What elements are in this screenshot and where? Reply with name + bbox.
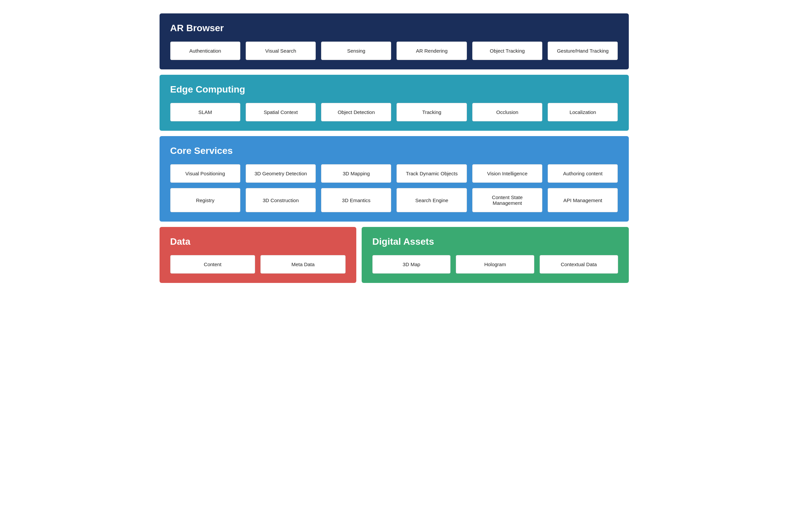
list-item: Content State Management (472, 188, 542, 212)
data-title: Data (170, 236, 346, 247)
digital-assets-section: Digital Assets 3D MapHologramContextual … (362, 227, 629, 283)
list-item: Tracking (396, 103, 467, 121)
ar-browser-title: AR Browser (170, 23, 618, 34)
list-item: Search Engine (396, 188, 467, 212)
list-item: Authoring content (548, 164, 618, 183)
core-services-row2: Registry3D Construction3D EmanticsSearch… (170, 188, 618, 212)
data-cards: ContentMeta Data (170, 255, 346, 274)
list-item: Visual Positioning (170, 164, 240, 183)
core-services-rows: Visual Positioning3D Geometry Detection3… (170, 164, 618, 212)
list-item: Content (170, 255, 255, 274)
bottom-row: Data ContentMeta Data Digital Assets 3D … (160, 227, 629, 283)
list-item: 3D Construction (246, 188, 316, 212)
data-section: Data ContentMeta Data (160, 227, 356, 283)
list-item: Localization (548, 103, 618, 121)
ar-browser-cards: AuthenticationVisual SearchSensingAR Ren… (170, 42, 618, 60)
list-item: Object Detection (321, 103, 391, 121)
edge-computing-cards: SLAMSpatial ContextObject DetectionTrack… (170, 103, 618, 121)
list-item: Registry (170, 188, 240, 212)
list-item: SLAM (170, 103, 240, 121)
list-item: Visual Search (246, 42, 316, 60)
list-item: Meta Data (260, 255, 346, 274)
edge-computing-title: Edge Computing (170, 84, 618, 95)
edge-computing-section: Edge Computing SLAMSpatial ContextObject… (160, 75, 629, 131)
list-item: Authentication (170, 42, 240, 60)
core-services-section: Core Services Visual Positioning3D Geome… (160, 136, 629, 222)
list-item: 3D Mapping (321, 164, 391, 183)
list-item: Track Dynamic Objects (396, 164, 467, 183)
digital-assets-cards: 3D MapHologramContextual Data (372, 255, 618, 274)
list-item: Spatial Context (246, 103, 316, 121)
list-item: Contextual Data (540, 255, 618, 274)
list-item: 3D Map (372, 255, 451, 274)
list-item: Sensing (321, 42, 391, 60)
list-item: Hologram (456, 255, 534, 274)
list-item: Gesture/Hand Tracking (548, 42, 618, 60)
list-item: API Management (548, 188, 618, 212)
list-item: Object Tracking (472, 42, 542, 60)
core-services-title: Core Services (170, 145, 618, 156)
list-item: 3D Emantics (321, 188, 391, 212)
list-item: AR Rendering (396, 42, 467, 60)
list-item: 3D Geometry Detection (246, 164, 316, 183)
list-item: Vision Intelligence (472, 164, 542, 183)
ar-browser-section: AR Browser AuthenticationVisual SearchSe… (160, 14, 629, 70)
list-item: Occlusion (472, 103, 542, 121)
core-services-row1: Visual Positioning3D Geometry Detection3… (170, 164, 618, 183)
digital-assets-title: Digital Assets (372, 236, 618, 247)
diagram-wrapper: AR Browser AuthenticationVisual SearchSe… (160, 14, 629, 292)
